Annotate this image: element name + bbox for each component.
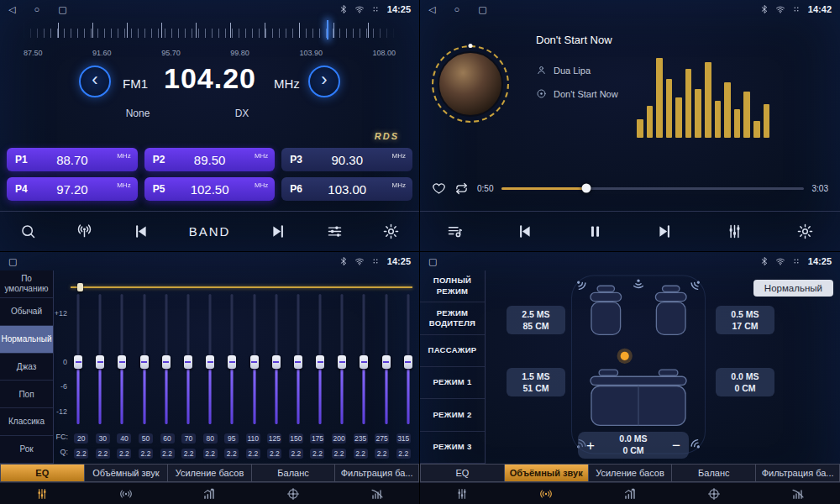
eq-eq-icon-button[interactable] <box>0 483 84 504</box>
eq-handle[interactable] <box>382 355 391 369</box>
back-icon[interactable]: ◁ <box>428 5 435 14</box>
eq-band-80hz-slider[interactable] <box>204 294 216 424</box>
frequency-ruler[interactable]: 87.5091.6095.7099.80103.90108.00 <box>24 20 396 57</box>
preset-p2-button[interactable]: P289.50MHz <box>144 148 276 171</box>
eq-balance-icon-button[interactable] <box>251 483 335 504</box>
eq-surround-icon-button[interactable] <box>84 483 168 504</box>
eq-band-150hz-slider[interactable] <box>292 294 304 424</box>
eq-handle[interactable] <box>74 355 82 369</box>
preset-p1-button[interactable]: P188.70MHz <box>7 148 138 171</box>
increase-delay-button[interactable]: + <box>586 438 595 453</box>
eq-band-50hz-slider[interactable] <box>139 294 150 424</box>
playlist-button[interactable] <box>446 223 464 240</box>
eq-band-175hz-slider[interactable] <box>314 294 326 424</box>
home-icon[interactable]: ○ <box>454 5 459 14</box>
next-station-button[interactable] <box>270 223 287 240</box>
eq-handle[interactable] <box>206 355 214 369</box>
eq-tab-eq[interactable]: EQ <box>0 464 85 482</box>
pause-button[interactable] <box>586 223 604 240</box>
eq-band-30hz-slider[interactable] <box>94 294 106 424</box>
surround-mode-3[interactable]: ПАССАЖИР <box>420 335 485 367</box>
eq-tab-balance[interactable]: Баланс <box>252 464 336 482</box>
eq-band-235hz-slider[interactable] <box>358 294 370 424</box>
settings-button[interactable] <box>382 223 400 240</box>
next-track-button[interactable] <box>656 223 674 240</box>
eq-handle[interactable] <box>338 355 346 369</box>
eq-band-125hz-slider[interactable] <box>270 294 282 424</box>
recents-icon[interactable]: ▢ <box>58 5 66 14</box>
eq-tab-filter[interactable]: Фильтрация ба... <box>335 464 419 482</box>
surround-surround-icon-button[interactable] <box>504 483 588 504</box>
eq-band-20hz-slider[interactable] <box>72 294 84 424</box>
surround-mode-6[interactable]: РЕЖИМ 3 <box>420 432 485 464</box>
previous-station-button[interactable] <box>132 223 150 240</box>
seek-knob[interactable] <box>582 184 591 193</box>
tune-up-button[interactable]: › <box>308 66 340 97</box>
recents-icon[interactable]: ▢ <box>428 257 437 266</box>
decrease-delay-button[interactable]: − <box>672 438 680 453</box>
eq-band-315hz-slider[interactable] <box>402 294 414 424</box>
surround-mode-1[interactable]: ПОЛНЫЙ РЕЖИМ <box>420 270 485 302</box>
eq-tab-bass-boost[interactable]: Усиление басов <box>168 464 252 482</box>
surround-tab-balance[interactable]: Баланс <box>672 464 756 482</box>
eq-band-275hz-slider[interactable] <box>381 294 392 424</box>
eq-handle[interactable] <box>294 355 302 369</box>
eq-preset-2[interactable]: Нормальный <box>0 326 53 354</box>
eq-preset-6[interactable]: Рок <box>0 436 53 464</box>
audio-settings-button[interactable] <box>326 223 344 240</box>
surround-tab-surround[interactable]: Объёмный звук <box>505 464 589 482</box>
profile-button[interactable]: Нормальный <box>753 280 833 297</box>
preset-p4-button[interactable]: P497.20MHz <box>7 177 138 201</box>
eq-handle[interactable] <box>316 355 324 369</box>
eq-bass-boost-icon-button[interactable] <box>168 483 252 504</box>
eq-preset-4[interactable]: Поп <box>0 381 53 408</box>
surround-mode-4[interactable]: РЕЖИМ 1 <box>420 367 485 399</box>
surround-tab-eq[interactable]: EQ <box>420 464 505 482</box>
eq-handle[interactable] <box>228 355 236 369</box>
recents-icon[interactable]: ▢ <box>8 257 17 266</box>
surround-balance-icon-button[interactable] <box>672 483 756 504</box>
surround-tab-bass-boost[interactable]: Усиление басов <box>589 464 673 482</box>
tune-down-button[interactable]: ‹ <box>79 66 111 97</box>
equalizer-button[interactable] <box>726 223 743 240</box>
eq-preset-1[interactable]: Обычай <box>0 298 53 326</box>
settings-button[interactable] <box>796 223 814 240</box>
master-level-slider[interactable] <box>71 282 412 292</box>
favorite-button[interactable] <box>432 181 446 196</box>
preset-p5-button[interactable]: P5102.50MHz <box>144 177 276 201</box>
eq-handle[interactable] <box>184 355 192 369</box>
preset-p6-button[interactable]: P6103.00MHz <box>281 177 412 201</box>
eq-handle[interactable] <box>360 355 368 369</box>
repeat-button[interactable] <box>454 181 469 196</box>
surround-filter-icon-button[interactable] <box>756 483 840 504</box>
eq-band-40hz-slider[interactable] <box>116 294 128 424</box>
broadcast-button[interactable] <box>76 223 93 240</box>
recents-icon[interactable]: ▢ <box>478 5 486 14</box>
eq-band-110hz-slider[interactable] <box>249 294 260 424</box>
home-icon[interactable]: ○ <box>34 5 39 14</box>
surround-eq-icon-button[interactable] <box>420 483 504 504</box>
eq-preset-0[interactable]: По умолчанию <box>0 270 53 298</box>
eq-handle[interactable] <box>162 355 171 369</box>
preset-p3-button[interactable]: P390.30MHz <box>281 148 412 171</box>
eq-handle[interactable] <box>118 355 126 369</box>
eq-preset-3[interactable]: Джаз <box>0 354 53 381</box>
album-art[interactable] <box>432 45 509 123</box>
eq-band-95hz-slider[interactable] <box>226 294 238 424</box>
eq-preset-5[interactable]: Классика <box>0 408 53 436</box>
eq-handle[interactable] <box>272 355 281 369</box>
eq-filter-icon-button[interactable] <box>335 483 419 504</box>
surround-mode-5[interactable]: РЕЖИМ 2 <box>420 399 485 431</box>
surround-mode-2[interactable]: РЕЖИМ ВОДИТЕЛЯ <box>420 302 485 334</box>
scan-button[interactable] <box>19 223 37 240</box>
eq-handle[interactable] <box>140 355 149 369</box>
eq-tab-surround[interactable]: Объёмный звук <box>85 464 169 482</box>
seek-bar[interactable] <box>501 187 803 190</box>
eq-handle[interactable] <box>250 355 259 369</box>
previous-track-button[interactable] <box>516 223 533 240</box>
eq-band-70hz-slider[interactable] <box>182 294 194 424</box>
band-select-button[interactable]: BAND <box>189 224 231 239</box>
eq-band-200hz-slider[interactable] <box>336 294 348 424</box>
eq-band-60hz-slider[interactable] <box>160 294 172 424</box>
master-handle[interactable] <box>77 283 83 291</box>
